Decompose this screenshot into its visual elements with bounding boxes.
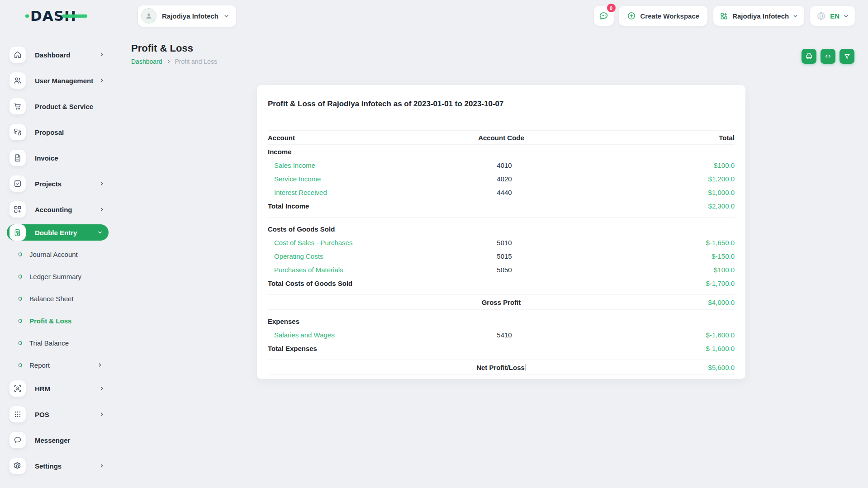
sidebar-subitem-label: Journal Account [29,251,78,258]
sidebar-item-double-entry[interactable]: Double Entry [7,224,109,241]
workspace-name: Rajodiya Infotech [162,12,218,20]
sidebar-subitem-label: Trial Balance [29,339,69,347]
globe-icon [816,11,826,21]
sidebar-subitem-report[interactable]: Report [18,358,102,372]
sidebar-subitem-balance-sheet[interactable]: Balance Sheet [18,292,102,305]
account-total: $-150.0 [554,252,735,260]
code-arrows-icon [824,52,832,60]
breadcrumb-dashboard-link[interactable]: Dashboard [131,58,162,65]
account-label: Income [268,148,451,156]
sidebar-item-label: POS [35,411,49,418]
sidebar-item-settings[interactable]: Settings [9,458,104,474]
total-row: Total Expenses$-1,600.0 [268,341,735,355]
dots-grid-icon [9,406,26,422]
section-row: Income [268,145,735,158]
chevron-right-icon [100,207,104,212]
account-label: Total Income [268,202,451,210]
sidebar-item-label: Invoice [35,154,58,162]
sidebar-item-label: Messenger [35,436,70,444]
report-table: Account Account Code Total IncomeSales I… [268,130,735,375]
account-link[interactable]: Salaries and Wages [268,331,455,339]
sidebar-item-label: Projects [35,180,62,188]
chevron-down-icon [224,14,229,19]
chat-icon [9,432,26,448]
filter-button[interactable] [840,49,854,64]
messages-button[interactable]: 0 [594,6,614,26]
printer-icon [805,52,813,60]
account-total: $5,600.0 [551,364,735,371]
summary-row: Net Profit/Loss$5,600.0 [268,360,735,375]
chevron-right-icon [100,52,104,57]
account-code: 5010 [455,239,554,246]
logo-green-bar [62,14,87,18]
app-logo[interactable]: DASH [30,7,89,25]
column-account-code: Account Code [451,134,551,142]
account-code: 5410 [455,331,554,339]
print-button[interactable] [802,49,816,64]
item-row: Salaries and Wages5410$-1,600.0 [268,328,735,341]
account-link[interactable]: Cost of Sales - Purchases [268,239,455,246]
sidebar-item-pos[interactable]: POS [9,406,104,422]
item-row: Interest Received4440$1,000.0 [268,185,735,199]
sidebar-item-user-management[interactable]: User Management [9,72,104,89]
account-code: 4010 [455,161,554,169]
swap-boxes-icon [9,124,26,140]
column-total: Total [551,134,735,142]
sidebar-subitem-trial-balance[interactable]: Trial Balance [18,336,102,350]
sidebar-nav: DashboardUser ManagementProduct & Servic… [9,47,119,474]
sidebar-subitem-label: Balance Sheet [29,295,74,303]
sidebar-item-messenger[interactable]: Messenger [9,432,104,448]
account-total: $100.0 [554,266,735,274]
summary-label: Gross Profit [451,298,551,306]
sidebar-item-label: Proposal [35,128,64,136]
sidebar-item-projects[interactable]: Projects [9,175,104,192]
sidebar-item-accounting[interactable]: Accounting [9,201,104,218]
sidebar-subitem-profit-and-loss[interactable]: Profit & Loss [18,314,102,327]
account-link[interactable]: Operating Costs [268,252,455,260]
sidebar-item-dashboard[interactable]: Dashboard [9,47,104,63]
sidebar-item-proposal[interactable]: Proposal [9,124,104,140]
report-title: Profit & Loss of Rajodiya Infotech as of… [268,99,735,109]
total-row: Total Costs of Goods Sold$-1,700.0 [268,276,735,290]
sidebar-item-hrm[interactable]: HRM [9,380,104,397]
chevron-right-icon [100,386,104,391]
summary-label: Net Profit/Loss [451,364,551,371]
sidebar-item-label: Double Entry [35,229,77,237]
account-selector[interactable]: Rajodiya Infotech [713,6,804,26]
account-link[interactable]: Service Income [268,175,455,183]
account-code: 5015 [455,252,554,260]
account-total: $-1,700.0 [551,280,735,287]
create-workspace-label: Create Workspace [640,12,700,20]
breadcrumb-current: Profit and Loss [175,58,217,65]
circle-bullet-icon [17,296,23,302]
report-card: Profit & Loss of Rajodiya Infotech as of… [257,85,745,379]
item-row: Cost of Sales - Purchases5010$-1,650.0 [268,236,735,249]
sidebar-subitem-ledger-summary[interactable]: Ledger Summary [18,270,102,283]
workspace-grid-icon [720,12,728,20]
sidebar-subitem-journal-account[interactable]: Journal Account [18,247,102,261]
language-selector[interactable]: EN [810,6,855,26]
account-link[interactable]: Interest Received [268,189,455,196]
circle-bullet-icon [17,318,23,324]
create-workspace-button[interactable]: Create Workspace [619,6,708,26]
circle-bullet-icon [17,362,23,368]
chevron-right-icon [166,59,171,64]
account-total: $-1,600.0 [551,345,735,352]
account-link[interactable]: Sales Income [268,161,455,169]
text-caret [526,364,526,371]
export-button[interactable] [821,49,835,64]
account-link[interactable]: Purchases of Materials [268,266,455,274]
account-code: 4020 [455,175,554,183]
sidebar-item-label: User Management [35,77,93,85]
chevron-right-icon [98,363,102,367]
grid-plus-icon [9,201,26,218]
sidebar-subitem-label: Profit & Loss [29,317,71,325]
chevron-right-icon [100,78,104,83]
sidebar: DashboardUser ManagementProduct & Servic… [0,32,119,488]
page-actions [802,49,854,64]
sidebar-item-product-and-service[interactable]: Product & Service [9,98,104,114]
workspace-selector[interactable]: Rajodiya Infotech [138,5,236,27]
logo-green-dot [25,14,29,18]
page-title: Profit & Loss [131,43,193,54]
sidebar-item-invoice[interactable]: Invoice [9,150,104,166]
